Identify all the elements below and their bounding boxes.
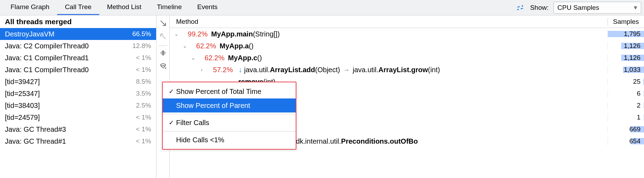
thread-row[interactable]: [tid=24579]< 1% bbox=[0, 111, 156, 123]
thread-percent: 12.8% bbox=[132, 42, 151, 50]
thread-row[interactable]: Java: C1 CompilerThread1< 1% bbox=[0, 52, 156, 64]
method-signature: jdk.internal.util.Preconditions.outOfBo bbox=[294, 137, 418, 145]
recursion-down-icon: ↓ bbox=[239, 66, 242, 74]
check-icon: ✓ bbox=[166, 88, 176, 95]
method-signature: java.util.ArrayList.grow(int) bbox=[353, 66, 440, 74]
thread-name: Java: GC Thread#3 bbox=[5, 125, 66, 134]
thread-percent: < 1% bbox=[136, 114, 151, 121]
samples-cell: 1,033 bbox=[608, 66, 644, 74]
column-header-samples[interactable]: Samples bbox=[608, 18, 644, 26]
thread-row[interactable]: Java: C2 CompilerThread012.8% bbox=[0, 40, 156, 52]
menu-item[interactable]: Hide Calls <1% bbox=[163, 133, 296, 147]
filter-icon[interactable] bbox=[157, 61, 169, 72]
chevron-down-icon[interactable]: ⌄ bbox=[190, 55, 196, 61]
thread-name: Java: C1 CompilerThread1 bbox=[5, 54, 89, 62]
threads-panel: All threads merged DestroyJavaVM66.5%Jav… bbox=[0, 15, 156, 178]
menu-separator bbox=[163, 131, 296, 131]
profiler-topbar: Flame Graph Call Tree Method List Timeli… bbox=[0, 0, 644, 15]
chevron-right-icon[interactable]: › bbox=[199, 67, 205, 73]
collapse-to-level-icon[interactable] bbox=[157, 47, 169, 59]
menu-item-label: Show Percent of Total Time bbox=[176, 88, 261, 96]
samples-cell: 6 bbox=[608, 90, 644, 97]
samples-cell: 669 bbox=[608, 125, 644, 133]
svg-point-2 bbox=[517, 9, 519, 10]
view-tabs: Flame Graph Call Tree Method List Timeli… bbox=[3, 0, 225, 15]
thread-row[interactable]: Java: GC Thread#3< 1% bbox=[0, 123, 156, 135]
percent-context-menu: ✓Show Percent of Total TimeShow Percent … bbox=[162, 82, 296, 150]
tree-row[interactable]: ⌄62.2%MyApp.a()1,126 bbox=[170, 40, 644, 52]
call-percent: 62.2% bbox=[200, 54, 224, 62]
method-signature: MyApp.main(String[]) bbox=[211, 30, 280, 38]
menu-item-label: Show Percent of Parent bbox=[176, 102, 250, 110]
column-header-method[interactable]: Method bbox=[170, 18, 608, 26]
main-layout: All threads merged DestroyJavaVM66.5%Jav… bbox=[0, 15, 644, 178]
thread-percent: 8.5% bbox=[136, 78, 151, 85]
tab-flame-graph[interactable]: Flame Graph bbox=[3, 0, 57, 15]
thread-name: [tid=25347] bbox=[5, 90, 40, 98]
samples-cell: 1,795 bbox=[608, 30, 644, 38]
thread-row[interactable]: Java: C1 CompilerThread0< 1% bbox=[0, 64, 156, 76]
method-signature: MyApp.a() bbox=[220, 42, 254, 50]
thread-row[interactable]: [tid=25347]3.5% bbox=[0, 88, 156, 100]
thread-name: [tid=39427] bbox=[5, 78, 40, 86]
thread-name: Java: GC Thread#1 bbox=[5, 137, 66, 145]
svg-point-5 bbox=[161, 64, 166, 66]
menu-item-label: Filter Calls bbox=[176, 119, 209, 127]
menu-item-label: Hide Calls <1% bbox=[176, 136, 224, 144]
thread-name: [tid=24579] bbox=[5, 114, 40, 122]
samples-cell: 1,126 bbox=[608, 54, 644, 62]
tree-row[interactable]: ⌄62.2%MyApp.c()1,126 bbox=[170, 52, 644, 64]
thread-percent: 66.5% bbox=[132, 30, 151, 38]
thread-percent: < 1% bbox=[136, 125, 151, 133]
menu-item[interactable]: Show Percent of Parent bbox=[163, 98, 296, 112]
thread-row[interactable]: Java: GC Thread#1< 1% bbox=[0, 135, 156, 147]
samples-cell: 1,126 bbox=[608, 42, 644, 50]
thread-name: Java: C1 CompilerThread0 bbox=[5, 66, 89, 74]
samples-cell: 1 bbox=[608, 114, 644, 121]
method-signature: java.util.ArrayList.add(Object) bbox=[244, 66, 340, 74]
thread-row[interactable]: DestroyJavaVM66.5% bbox=[0, 28, 156, 40]
thread-percent: < 1% bbox=[136, 66, 151, 74]
diff-icon[interactable] bbox=[515, 4, 525, 12]
menu-item[interactable]: ✓Filter Calls bbox=[163, 116, 296, 130]
tab-timeline[interactable]: Timeline bbox=[149, 0, 189, 15]
thread-percent: < 1% bbox=[136, 54, 151, 62]
tab-events[interactable]: Events bbox=[189, 0, 225, 15]
thread-percent: 2.5% bbox=[136, 102, 151, 109]
tab-call-tree[interactable]: Call Tree bbox=[57, 0, 99, 15]
samples-cell: 25 bbox=[608, 78, 644, 85]
call-percent: 57.2% bbox=[208, 66, 233, 74]
svg-marker-6 bbox=[165, 68, 167, 69]
thread-percent: < 1% bbox=[136, 137, 151, 145]
collapse-up-icon[interactable] bbox=[157, 31, 169, 42]
tree-header-row: Method Samples bbox=[170, 15, 644, 28]
thread-row[interactable]: [tid=39427]8.5% bbox=[0, 76, 156, 88]
show-select[interactable]: CPU Samples ▾ bbox=[554, 2, 641, 14]
svg-point-3 bbox=[522, 5, 523, 7]
svg-marker-0 bbox=[516, 6, 519, 8]
svg-marker-1 bbox=[521, 8, 524, 9]
samples-cell: 654 bbox=[608, 137, 644, 145]
menu-separator bbox=[163, 114, 296, 114]
chevron-down-icon: ▾ bbox=[634, 4, 637, 12]
tree-row[interactable]: ⌄99.2%MyApp.main(String[])1,795 bbox=[170, 28, 644, 40]
show-label: Show: bbox=[530, 4, 549, 12]
thread-percent: 3.5% bbox=[136, 90, 151, 97]
threads-header: All threads merged bbox=[0, 15, 156, 28]
arrow-right-icon: → bbox=[343, 66, 350, 74]
thread-name: DestroyJavaVM bbox=[5, 30, 54, 38]
samples-cell: 2 bbox=[608, 102, 644, 109]
method-signature: MyApp.c() bbox=[228, 54, 262, 62]
menu-item[interactable]: ✓Show Percent of Total Time bbox=[163, 84, 296, 98]
expand-down-icon[interactable] bbox=[157, 18, 169, 29]
thread-row[interactable]: [tid=38403]2.5% bbox=[0, 100, 156, 111]
tab-method-list[interactable]: Method List bbox=[99, 0, 149, 15]
thread-name: Java: C2 CompilerThread0 bbox=[5, 42, 89, 50]
tree-row[interactable]: ›57.2%↓java.util.ArrayList.add(Object)→j… bbox=[170, 64, 644, 76]
call-percent: 62.2% bbox=[192, 42, 216, 50]
chevron-down-icon[interactable]: ⌄ bbox=[173, 31, 180, 37]
thread-name: [tid=38403] bbox=[5, 102, 40, 110]
chevron-down-icon[interactable]: ⌄ bbox=[182, 43, 188, 49]
check-icon: ✓ bbox=[166, 119, 176, 126]
show-select-value: CPU Samples bbox=[557, 4, 599, 12]
